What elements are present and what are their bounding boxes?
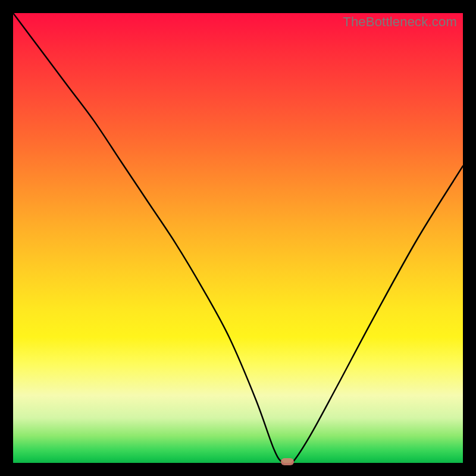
- chart-frame: TheBottleneck.com: [0, 0, 476, 476]
- curve-path: [13, 13, 463, 463]
- bottleneck-curve: [13, 13, 463, 463]
- plot-area: TheBottleneck.com: [13, 13, 463, 463]
- optimal-marker: [281, 458, 294, 465]
